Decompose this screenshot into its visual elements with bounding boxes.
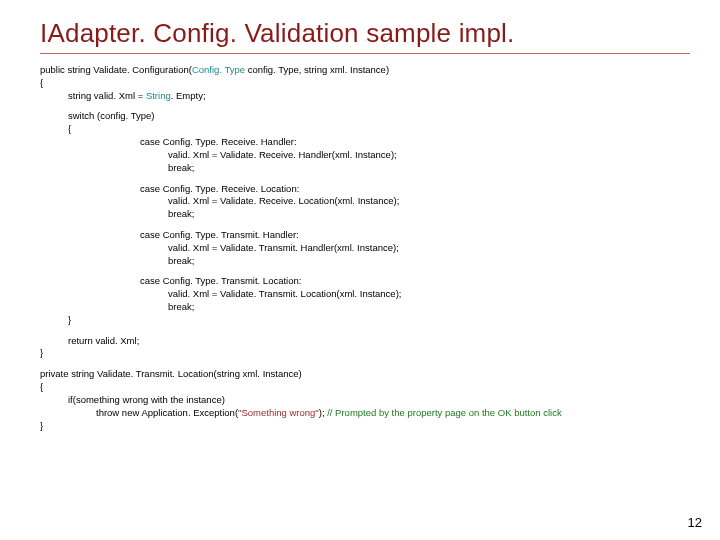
code-block: public string Validate. Configuration(Co… bbox=[40, 64, 690, 432]
code-line: valid. Xml = Validate. Transmit. Locatio… bbox=[168, 288, 690, 301]
code-line: } bbox=[40, 420, 690, 433]
code-line: break; bbox=[168, 162, 690, 175]
code-line: return valid. Xml; bbox=[68, 335, 690, 348]
code-line: private string Validate. Transmit. Locat… bbox=[40, 368, 690, 381]
slide-title: IAdapter. Config. Validation sample impl… bbox=[40, 18, 690, 49]
code-line: } bbox=[68, 314, 690, 327]
code-line: break; bbox=[168, 208, 690, 221]
page-number: 12 bbox=[688, 515, 702, 530]
code-line: valid. Xml = Validate. Receive. Location… bbox=[168, 195, 690, 208]
code-line: break; bbox=[168, 301, 690, 314]
code-line: string valid. Xml = String. Empty; bbox=[68, 90, 690, 103]
code-line: valid. Xml = Validate. Receive. Handler(… bbox=[168, 149, 690, 162]
code-line: case Config. Type. Transmit. Location: bbox=[140, 275, 690, 288]
code-line: if(something wrong with the instance) bbox=[68, 394, 690, 407]
code-line: break; bbox=[168, 255, 690, 268]
code-line: { bbox=[40, 77, 690, 90]
code-line: { bbox=[68, 123, 690, 136]
code-line: } bbox=[40, 347, 690, 360]
code-line: case Config. Type. Transmit. Handler: bbox=[140, 229, 690, 242]
code-line: switch (config. Type) bbox=[68, 110, 690, 123]
code-line: case Config. Type. Receive. Handler: bbox=[140, 136, 690, 149]
code-line: { bbox=[40, 381, 690, 394]
code-line: public string Validate. Configuration(Co… bbox=[40, 64, 690, 77]
title-divider bbox=[40, 53, 690, 54]
code-line: valid. Xml = Validate. Transmit. Handler… bbox=[168, 242, 690, 255]
code-line: throw new Application. Exception("Someth… bbox=[96, 407, 690, 420]
code-line: case Config. Type. Receive. Location: bbox=[140, 183, 690, 196]
